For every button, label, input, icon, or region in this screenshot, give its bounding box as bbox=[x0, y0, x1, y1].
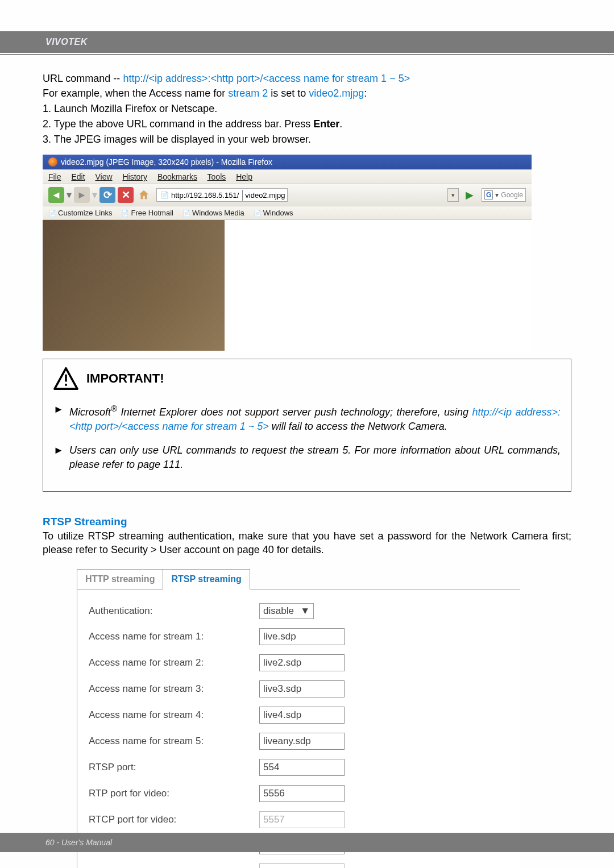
fwd-dropdown-icon[interactable]: ▾ bbox=[92, 189, 97, 201]
step-3: 3. The JPEG images will be displayed in … bbox=[43, 132, 571, 147]
bookmark-windows-media[interactable]: Windows Media bbox=[182, 209, 244, 217]
stream4-input[interactable]: live4.sdp bbox=[259, 707, 345, 724]
window-title: video2.mjpg (JPEG Image, 320x240 pixels)… bbox=[61, 157, 272, 167]
bullet-arrow-icon: ► bbox=[53, 443, 64, 472]
search-box[interactable]: G ▾ Google bbox=[482, 188, 526, 202]
browser-menubar: File Edit View History Bookmarks Tools H… bbox=[43, 169, 532, 184]
reload-button[interactable]: ⟳ bbox=[99, 187, 115, 203]
svg-rect-2 bbox=[65, 384, 67, 386]
stream1-input[interactable]: live.sdp bbox=[259, 628, 345, 645]
firefox-icon bbox=[48, 157, 57, 167]
menu-view[interactable]: View bbox=[95, 172, 112, 181]
bookmark-free-hotmail[interactable]: Free Hotmail bbox=[121, 209, 173, 217]
browser-window: video2.mjpg (JPEG Image, 320x240 pixels)… bbox=[43, 155, 532, 351]
page-content: URL command -- http://<ip address>:<http… bbox=[0, 55, 614, 868]
important-title: IMPORTANT! bbox=[86, 371, 164, 386]
stream2-input[interactable]: live2.sdp bbox=[259, 654, 345, 671]
rtp-video-label: RTP port for video: bbox=[89, 788, 259, 799]
page-footer: 60 - User's Manual bbox=[0, 833, 614, 852]
stream1-label: Access name for stream 1: bbox=[89, 631, 259, 642]
bookmark-windows[interactable]: Windows bbox=[254, 209, 293, 217]
menu-tools[interactable]: Tools bbox=[208, 172, 226, 181]
menu-bookmarks[interactable]: Bookmarks bbox=[157, 172, 197, 181]
stop-button[interactable]: ✕ bbox=[118, 187, 134, 203]
stream5-input[interactable]: liveany.sdp bbox=[259, 733, 345, 750]
bookmark-customize-links[interactable]: Customize Links bbox=[48, 209, 112, 217]
home-icon bbox=[138, 189, 150, 201]
google-icon: G bbox=[484, 190, 493, 200]
rtcp-audio-input: 5559 bbox=[259, 863, 345, 868]
back-dropdown-icon[interactable]: ▾ bbox=[67, 189, 72, 201]
rtcp-video-label: RTCP port for video: bbox=[89, 814, 259, 825]
address-base: http://192.168.5.151/ bbox=[171, 191, 239, 200]
streaming-tabs: HTTP streaming RTSP streaming bbox=[77, 568, 520, 589]
jpeg-image bbox=[43, 220, 225, 351]
url-command-line: URL command -- http://<ip address>:<http… bbox=[43, 72, 571, 85]
stream4-label: Access name for stream 4: bbox=[89, 709, 259, 721]
back-button[interactable]: ◄ bbox=[48, 187, 64, 203]
rtsp-settings: HTTP streaming RTSP streaming Authentica… bbox=[77, 568, 520, 868]
bookmarks-toolbar: Customize Links Free Hotmail Windows Med… bbox=[43, 206, 532, 220]
step-1: 1. Launch Mozilla Firefox or Netscape. bbox=[43, 102, 571, 116]
step-2: 2. Type the above URL command in the add… bbox=[43, 117, 571, 131]
go-button[interactable]: ▶ bbox=[463, 189, 476, 201]
address-dropdown[interactable]: ▾ bbox=[447, 188, 459, 202]
footer-text: 60 - User's Manual bbox=[45, 838, 112, 847]
rtsp-panel: Authentication: disable ▼ Access name fo… bbox=[77, 589, 520, 868]
forward-button[interactable]: ► bbox=[74, 187, 90, 203]
stream2-label: Access name for stream 2: bbox=[89, 657, 259, 668]
warning-icon bbox=[53, 367, 78, 390]
browser-titlebar[interactable]: video2.mjpg (JPEG Image, 320x240 pixels)… bbox=[43, 155, 532, 169]
address-bar[interactable]: 📄 http://192.168.5.151/ video2.mjpg bbox=[156, 188, 288, 202]
rtsp-port-label: RTSP port: bbox=[89, 762, 259, 773]
rtsp-port-input[interactable]: 554 bbox=[259, 759, 345, 776]
browser-toolbar: ◄ ▾ ► ▾ ⟳ ✕ 📄 http://192.168.5.151/ vide… bbox=[43, 184, 532, 206]
menu-help[interactable]: Help bbox=[236, 172, 252, 181]
rtcp-video-input: 5557 bbox=[259, 811, 345, 828]
search-placeholder: Google bbox=[501, 191, 523, 199]
menu-file[interactable]: File bbox=[48, 172, 61, 181]
rtp-video-input[interactable]: 5556 bbox=[259, 785, 345, 802]
address-file: video2.mjpg bbox=[242, 190, 287, 201]
important-item-1: ► Microsoft® Internet Explorer does not … bbox=[53, 402, 561, 434]
home-button[interactable] bbox=[136, 187, 152, 203]
auth-label: Authentication: bbox=[89, 605, 259, 617]
stream3-label: Access name for stream 3: bbox=[89, 683, 259, 695]
svg-rect-1 bbox=[65, 375, 67, 382]
tab-rtsp-streaming[interactable]: RTSP streaming bbox=[163, 569, 250, 589]
bullet-arrow-icon: ► bbox=[53, 402, 64, 434]
page-header: VIVOTEK bbox=[0, 31, 614, 53]
chevron-down-icon: ▼ bbox=[300, 605, 310, 617]
stream5-label: Access name for stream 5: bbox=[89, 736, 259, 747]
brand: VIVOTEK bbox=[45, 37, 88, 47]
search-dropdown-icon[interactable]: ▾ bbox=[495, 191, 499, 199]
stream3-input[interactable]: live3.sdp bbox=[259, 680, 345, 697]
auth-select[interactable]: disable ▼ bbox=[259, 603, 314, 619]
url-example: For example, when the Access name for st… bbox=[43, 86, 571, 100]
rtcp-audio-label: RTCP port for audio: bbox=[89, 866, 259, 868]
menu-edit[interactable]: Edit bbox=[71, 172, 85, 181]
page-icon: 📄 bbox=[160, 191, 169, 199]
tab-http-streaming[interactable]: HTTP streaming bbox=[77, 569, 163, 589]
browser-content bbox=[43, 220, 532, 351]
url-pattern: http://<ip address>:<http port>/<access … bbox=[123, 73, 410, 84]
important-item-2: ► Users can only use URL commands to req… bbox=[53, 443, 561, 472]
menu-history[interactable]: History bbox=[122, 172, 147, 181]
rtsp-intro: To utilize RTSP streaming authentication… bbox=[43, 529, 571, 557]
important-box: IMPORTANT! ► Microsoft® Internet Explore… bbox=[43, 359, 571, 492]
rtsp-heading: RTSP Streaming bbox=[43, 516, 571, 528]
